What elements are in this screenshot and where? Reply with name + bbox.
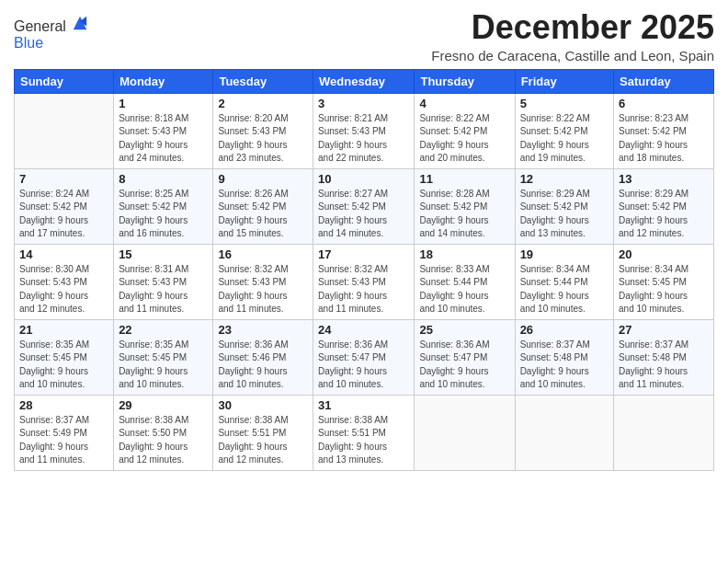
day-number: 3 — [318, 97, 409, 110]
logo: General Blue — [14, 15, 88, 52]
day-info: Sunrise: 8:38 AM Sunset: 5:51 PM Dayligh… — [218, 414, 308, 467]
calendar-day-22: 22Sunrise: 8:35 AM Sunset: 5:45 PM Dayli… — [114, 319, 213, 395]
day-number: 12 — [520, 172, 609, 186]
day-info: Sunrise: 8:31 AM Sunset: 5:43 PM Dayligh… — [119, 263, 208, 316]
day-info: Sunrise: 8:29 AM Sunset: 5:42 PM Dayligh… — [520, 188, 609, 241]
calendar-day-empty — [415, 395, 515, 470]
calendar-day-24: 24Sunrise: 8:36 AM Sunset: 5:47 PM Dayli… — [313, 319, 415, 395]
calendar-day-25: 25Sunrise: 8:36 AM Sunset: 5:47 PM Dayli… — [415, 319, 515, 395]
weekday-header-row: SundayMondayTuesdayWednesdayThursdayFrid… — [15, 69, 714, 93]
day-info: Sunrise: 8:22 AM Sunset: 5:42 PM Dayligh… — [419, 112, 509, 166]
day-number: 11 — [419, 172, 509, 186]
calendar-day-empty — [614, 395, 714, 470]
weekday-header-monday: Monday — [114, 69, 213, 93]
calendar-day-12: 12Sunrise: 8:29 AM Sunset: 5:42 PM Dayli… — [515, 168, 613, 244]
day-number: 23 — [218, 323, 308, 337]
calendar-day-20: 20Sunrise: 8:34 AM Sunset: 5:45 PM Dayli… — [614, 244, 714, 319]
day-number: 7 — [19, 172, 108, 186]
day-info: Sunrise: 8:20 AM Sunset: 5:43 PM Dayligh… — [218, 112, 308, 166]
day-number: 5 — [520, 97, 609, 110]
calendar-day-3: 3Sunrise: 8:21 AM Sunset: 5:43 PM Daylig… — [313, 93, 415, 168]
page-container: General Blue December 2025 Fresno de Car… — [0, 0, 728, 563]
calendar-day-26: 26Sunrise: 8:37 AM Sunset: 5:48 PM Dayli… — [515, 319, 613, 395]
weekday-header-friday: Friday — [515, 69, 613, 93]
day-info: Sunrise: 8:37 AM Sunset: 5:48 PM Dayligh… — [619, 339, 709, 392]
day-number: 20 — [619, 247, 709, 261]
calendar-day-2: 2Sunrise: 8:20 AM Sunset: 5:43 PM Daylig… — [213, 93, 313, 168]
day-info: Sunrise: 8:38 AM Sunset: 5:51 PM Dayligh… — [318, 414, 409, 467]
calendar-day-16: 16Sunrise: 8:32 AM Sunset: 5:43 PM Dayli… — [213, 244, 313, 319]
day-number: 26 — [520, 323, 609, 337]
calendar-day-30: 30Sunrise: 8:38 AM Sunset: 5:51 PM Dayli… — [213, 395, 313, 470]
day-number: 28 — [19, 398, 108, 412]
day-number: 17 — [318, 247, 409, 261]
calendar-day-27: 27Sunrise: 8:37 AM Sunset: 5:48 PM Dayli… — [614, 319, 714, 395]
day-number: 9 — [218, 172, 308, 186]
header: General Blue December 2025 Fresno de Car… — [14, 9, 714, 63]
calendar-day-10: 10Sunrise: 8:27 AM Sunset: 5:42 PM Dayli… — [313, 168, 415, 244]
day-number: 10 — [318, 172, 409, 186]
weekday-header-wednesday: Wednesday — [313, 69, 415, 93]
day-info: Sunrise: 8:36 AM Sunset: 5:47 PM Dayligh… — [419, 339, 509, 392]
calendar-day-4: 4Sunrise: 8:22 AM Sunset: 5:42 PM Daylig… — [415, 93, 515, 168]
calendar-day-18: 18Sunrise: 8:33 AM Sunset: 5:44 PM Dayli… — [415, 244, 515, 319]
calendar-week-row: 28Sunrise: 8:37 AM Sunset: 5:49 PM Dayli… — [15, 395, 714, 470]
calendar-day-19: 19Sunrise: 8:34 AM Sunset: 5:44 PM Dayli… — [515, 244, 613, 319]
day-info: Sunrise: 8:29 AM Sunset: 5:42 PM Dayligh… — [619, 188, 709, 241]
day-info: Sunrise: 8:34 AM Sunset: 5:44 PM Dayligh… — [520, 263, 609, 316]
day-info: Sunrise: 8:32 AM Sunset: 5:43 PM Dayligh… — [318, 263, 409, 316]
calendar-day-13: 13Sunrise: 8:29 AM Sunset: 5:42 PM Dayli… — [614, 168, 714, 244]
day-number: 4 — [419, 97, 509, 110]
calendar-day-empty — [15, 93, 114, 168]
calendar-day-17: 17Sunrise: 8:32 AM Sunset: 5:43 PM Dayli… — [313, 244, 415, 319]
day-number: 8 — [119, 172, 208, 186]
day-number: 13 — [619, 172, 709, 186]
calendar-day-7: 7Sunrise: 8:24 AM Sunset: 5:42 PM Daylig… — [15, 168, 114, 244]
day-number: 16 — [218, 247, 308, 261]
title-block: December 2025 Fresno de Caracena, Castil… — [431, 9, 714, 63]
day-info: Sunrise: 8:28 AM Sunset: 5:42 PM Dayligh… — [419, 188, 509, 241]
day-info: Sunrise: 8:34 AM Sunset: 5:45 PM Dayligh… — [619, 263, 709, 316]
day-info: Sunrise: 8:26 AM Sunset: 5:42 PM Dayligh… — [218, 188, 308, 241]
day-number: 29 — [119, 398, 208, 412]
day-info: Sunrise: 8:18 AM Sunset: 5:43 PM Dayligh… — [119, 112, 208, 166]
calendar-week-row: 7Sunrise: 8:24 AM Sunset: 5:42 PM Daylig… — [15, 168, 714, 244]
calendar-day-29: 29Sunrise: 8:38 AM Sunset: 5:50 PM Dayli… — [114, 395, 213, 470]
calendar-day-6: 6Sunrise: 8:23 AM Sunset: 5:42 PM Daylig… — [614, 93, 714, 168]
day-info: Sunrise: 8:36 AM Sunset: 5:46 PM Dayligh… — [218, 339, 308, 392]
weekday-header-tuesday: Tuesday — [213, 69, 313, 93]
day-number: 21 — [19, 323, 108, 337]
calendar-day-empty — [515, 395, 613, 470]
calendar-day-9: 9Sunrise: 8:26 AM Sunset: 5:42 PM Daylig… — [213, 168, 313, 244]
calendar-week-row: 1Sunrise: 8:18 AM Sunset: 5:43 PM Daylig… — [15, 93, 714, 168]
calendar-day-31: 31Sunrise: 8:38 AM Sunset: 5:51 PM Dayli… — [313, 395, 415, 470]
day-number: 31 — [318, 398, 409, 412]
day-number: 30 — [218, 398, 308, 412]
day-info: Sunrise: 8:35 AM Sunset: 5:45 PM Dayligh… — [119, 339, 208, 392]
calendar-week-row: 14Sunrise: 8:30 AM Sunset: 5:43 PM Dayli… — [15, 244, 714, 319]
day-number: 6 — [619, 97, 709, 110]
day-info: Sunrise: 8:27 AM Sunset: 5:42 PM Dayligh… — [318, 188, 409, 241]
day-number: 25 — [419, 323, 509, 337]
day-info: Sunrise: 8:36 AM Sunset: 5:47 PM Dayligh… — [318, 339, 409, 392]
weekday-header-sunday: Sunday — [15, 69, 114, 93]
calendar-day-21: 21Sunrise: 8:35 AM Sunset: 5:45 PM Dayli… — [15, 319, 114, 395]
day-number: 15 — [119, 247, 208, 261]
day-info: Sunrise: 8:37 AM Sunset: 5:48 PM Dayligh… — [520, 339, 609, 392]
calendar-table: SundayMondayTuesdayWednesdayThursdayFrid… — [14, 69, 714, 471]
day-number: 19 — [520, 247, 609, 261]
logo-general-text: General — [14, 18, 66, 34]
calendar-day-1: 1Sunrise: 8:18 AM Sunset: 5:43 PM Daylig… — [114, 93, 213, 168]
calendar-day-28: 28Sunrise: 8:37 AM Sunset: 5:49 PM Dayli… — [15, 395, 114, 470]
calendar-day-11: 11Sunrise: 8:28 AM Sunset: 5:42 PM Dayli… — [415, 168, 515, 244]
weekday-header-thursday: Thursday — [415, 69, 515, 93]
day-info: Sunrise: 8:37 AM Sunset: 5:49 PM Dayligh… — [19, 414, 108, 467]
day-number: 24 — [318, 323, 409, 337]
day-number: 18 — [419, 247, 509, 261]
day-number: 1 — [119, 97, 208, 110]
day-number: 2 — [218, 97, 308, 110]
day-info: Sunrise: 8:25 AM Sunset: 5:42 PM Dayligh… — [119, 188, 208, 241]
logo-icon — [72, 15, 88, 31]
day-number: 14 — [19, 247, 108, 261]
calendar-day-14: 14Sunrise: 8:30 AM Sunset: 5:43 PM Dayli… — [15, 244, 114, 319]
